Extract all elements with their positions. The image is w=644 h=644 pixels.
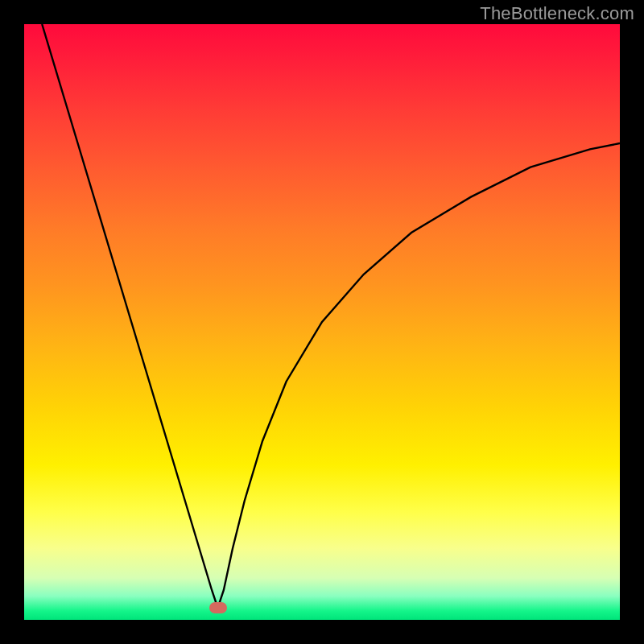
watermark-text: TheBottleneck.com [480, 3, 634, 24]
bottleneck-curve [24, 24, 620, 620]
chart-plot-area [24, 24, 620, 620]
optimal-point-marker [209, 602, 227, 613]
chart-frame: TheBottleneck.com [0, 0, 644, 644]
